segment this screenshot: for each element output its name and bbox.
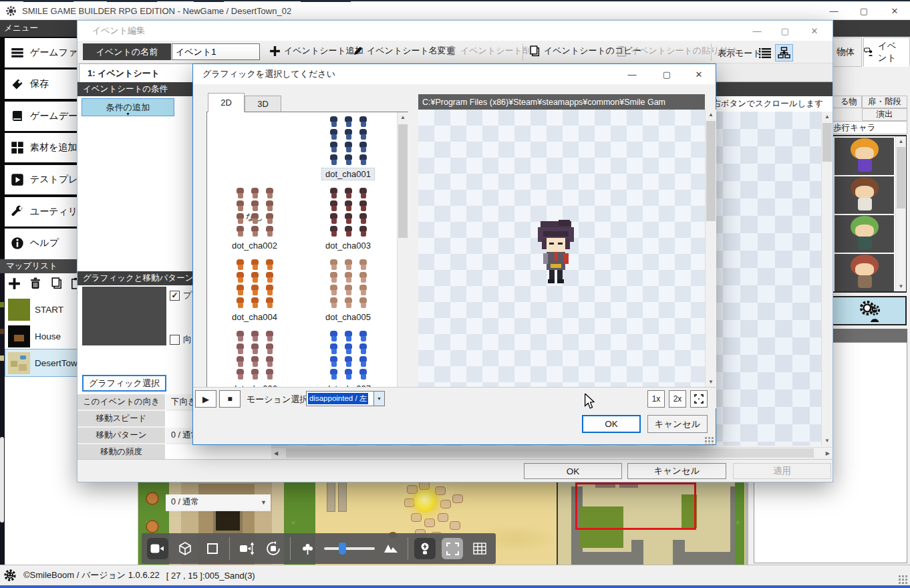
scrollbar-thumb[interactable] (286, 448, 814, 458)
event-cancel-button[interactable]: キャンセル (627, 463, 726, 479)
dialog-resize-grip[interactable] (704, 436, 714, 446)
graphic-item[interactable]: dot_cha007 (302, 331, 394, 394)
scrollbar-thumb[interactable] (398, 124, 408, 238)
cube-view-button[interactable] (174, 538, 196, 559)
map-thumbnail (8, 325, 30, 347)
scroll-up-icon[interactable]: ▲ (822, 112, 832, 122)
checkbox-unchecked-icon[interactable] (170, 335, 180, 345)
resize-grip[interactable] (898, 575, 907, 584)
maplist-copy-button[interactable] (48, 275, 65, 292)
zoom-in-mountain-icon[interactable] (381, 538, 402, 559)
zoom-slider-thumb[interactable] (339, 543, 346, 555)
character-item[interactable] (835, 176, 894, 214)
preview-scrollbar[interactable]: ▲ ▼ (705, 110, 716, 387)
graphic-item[interactable]: dot_cha005 (302, 259, 394, 323)
maximize-button[interactable]: ▢ (774, 22, 796, 39)
close-button[interactable]: ✕ (688, 65, 710, 83)
subtab-effect[interactable]: 演出 (862, 108, 907, 121)
scroll-up-icon[interactable]: ▲ (706, 110, 716, 120)
gear-person-icon (856, 299, 883, 323)
scroll-right-icon[interactable]: ▶ (826, 450, 830, 456)
display-mode-flow-button[interactable] (775, 44, 793, 61)
flowchart-horizontal-scrollbar[interactable]: ◀ ▶ (271, 447, 832, 458)
maplist-item-deserttown[interactable]: DesertTow (5, 349, 77, 376)
maplist-item-house[interactable]: House (5, 323, 76, 349)
tab-event[interactable]: イベント (863, 37, 910, 67)
close-button[interactable]: ✕ (883, 2, 906, 19)
graphic-select-button[interactable]: グラフィック選択 (82, 375, 166, 392)
lighting-toggle-button[interactable] (414, 538, 436, 559)
character-item[interactable] (835, 215, 894, 253)
flat-view-button[interactable] (202, 538, 223, 559)
minimize-button[interactable]: — (822, 2, 845, 19)
character-item[interactable] (835, 254, 894, 291)
graphic-item[interactable]: dot_cha001 (302, 116, 394, 180)
sprite-preview-area[interactable] (418, 110, 705, 387)
graphic-item[interactable]: dot_cha003 (302, 188, 394, 251)
scrollbar-thumb[interactable] (706, 121, 716, 221)
camera-mode-button[interactable] (147, 538, 168, 559)
maplist-item-start[interactable]: START (5, 296, 76, 323)
camera-height-button[interactable] (236, 538, 257, 559)
rename-sheet-button[interactable]: イベントシート名変更 (353, 45, 455, 57)
scroll-up-icon[interactable]: ▲ (398, 112, 408, 122)
maximize-button[interactable]: ▢ (655, 65, 678, 83)
scale-2x-button[interactable]: 2x (669, 390, 686, 408)
application-window: SMILE GAME BUILDER RPG EDITION - NewGame… (0, 0, 910, 588)
graphic-item[interactable]: dot_cha004 (208, 259, 301, 323)
motion-select-combobox[interactable]: disappointed / 左 ▼ (306, 391, 385, 406)
camera-rotate-button[interactable] (263, 538, 284, 559)
character-list-scrollbar[interactable]: ▲ ▼ (895, 136, 906, 291)
scroll-up-icon[interactable]: ▲ (896, 136, 906, 146)
subtab-door-stairs[interactable]: 扉・階段 (862, 96, 907, 108)
combobox-arrow-icon[interactable]: ▼ (373, 392, 384, 406)
tab-3d[interactable]: 3D (245, 96, 281, 112)
display-mode-label: 表示モード (718, 47, 762, 59)
flowchart-vertical-scrollbar[interactable]: ▲ ▼ (821, 112, 832, 446)
zoom-slider[interactable] (324, 547, 374, 550)
play-button[interactable]: ▶ (195, 390, 216, 408)
scrollbar-thumb[interactable] (897, 147, 905, 208)
graphic-item[interactable]: dot_cha006 (208, 331, 301, 394)
close-button[interactable]: ✕ (803, 22, 826, 39)
graphic-list-scrollbar[interactable]: ▲ ▼ (397, 112, 408, 405)
scro ll-left-icon[interactable]: ◀ (274, 450, 278, 456)
maplist-delete-button[interactable] (27, 275, 44, 292)
scroll-down-icon[interactable]: ▼ (822, 436, 832, 446)
grid-toggle-button[interactable] (469, 538, 490, 559)
map-thumbnail (8, 352, 30, 374)
sprite-sheet (302, 188, 394, 237)
graphic-ok-button[interactable]: OK (582, 415, 641, 433)
fit-view-button[interactable] (690, 390, 708, 408)
event-person-icon (864, 45, 874, 59)
checkbox-checked-icon[interactable]: ✓ (170, 291, 180, 301)
graphic-item[interactable]: dot_cha002 (208, 188, 301, 251)
zoom-out-flower-icon[interactable] (297, 538, 318, 559)
scroll-down-icon[interactable]: ▼ (896, 281, 906, 291)
fullscreen-button[interactable] (442, 538, 463, 559)
add-condition-button[interactable]: 条件の追加 ▼ (82, 98, 174, 116)
minimize-button[interactable]: — (746, 22, 768, 39)
delete-sheet-button[interactable]: イベントシート削除 (446, 45, 540, 57)
maplist-add-button[interactable] (5, 275, 23, 292)
stop-button[interactable]: ■ (219, 390, 241, 408)
scroll-down-icon[interactable]: ▼ (706, 377, 716, 387)
window-title: SMILE GAME BUILDER RPG EDITION - NewGame… (22, 6, 291, 16)
minimize-button[interactable]: — (621, 65, 643, 83)
event-ok-button[interactable]: OK (524, 463, 622, 479)
prop-frequency-value[interactable]: 0 / 通常▼ (166, 494, 271, 511)
selected-event-gear-row[interactable] (832, 296, 907, 325)
character-item[interactable] (835, 138, 894, 175)
scale-1x-button[interactable]: 1x (647, 390, 665, 408)
dropdown-caret-icon: ▼ (126, 112, 130, 116)
button-label: 適用 (773, 465, 791, 477)
add-sheet-button[interactable]: イベントシート追加 (269, 45, 363, 57)
graphic-cancel-button[interactable]: キャンセル (647, 415, 708, 433)
sheet-tab[interactable]: 1: イベントシート (79, 63, 194, 82)
scrollbar-thumb[interactable] (822, 123, 832, 162)
tab-2d[interactable]: 2D (208, 93, 245, 112)
event-name-input[interactable] (172, 43, 260, 60)
event-apply-button[interactable]: 適用 (733, 463, 831, 479)
display-mode-list-button[interactable] (756, 44, 773, 61)
maximize-button[interactable]: ▢ (853, 2, 875, 19)
